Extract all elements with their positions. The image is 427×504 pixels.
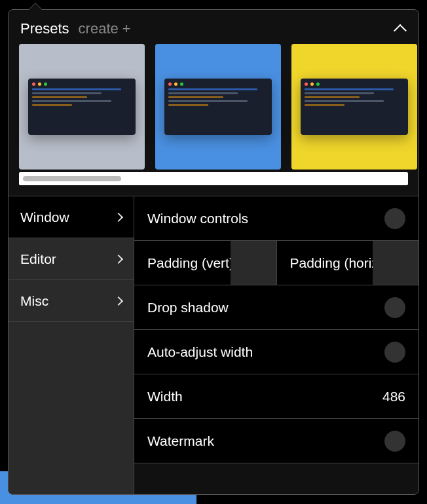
presets-list <box>9 44 418 170</box>
preset-thumb[interactable] <box>155 44 281 170</box>
popover-arrow <box>29 3 42 10</box>
width-value[interactable]: 486 <box>382 389 405 405</box>
collapse-presets-button[interactable] <box>394 22 407 35</box>
presets-title: Presets <box>20 20 69 37</box>
window-controls-toggle[interactable] <box>384 208 405 229</box>
code-preview <box>164 79 271 135</box>
sidebar-item-editor[interactable]: Editor <box>9 238 134 280</box>
auto-adjust-row: Auto-adjust width <box>134 330 418 374</box>
preset-thumb[interactable] <box>291 44 417 170</box>
padding-vert-input[interactable] <box>231 241 276 285</box>
create-preset-button[interactable]: create + <box>79 20 131 37</box>
padding-vert-cell[interactable]: Padding (vert) <box>134 241 276 285</box>
row-label: Padding (horiz) <box>290 255 383 271</box>
auto-adjust-toggle[interactable] <box>384 342 405 363</box>
row-label: Drop shadow <box>147 300 384 315</box>
watermark-toggle[interactable] <box>384 431 405 452</box>
presets-scrollbar[interactable] <box>19 172 408 185</box>
drop-shadow-row: Drop shadow <box>134 285 418 330</box>
settings-popover: Presets create + <box>8 9 419 495</box>
padding-horiz-cell[interactable]: Padding (horiz) <box>276 241 419 285</box>
settings-sidebar: Window Editor Misc <box>9 196 134 494</box>
code-preview <box>28 79 135 135</box>
sidebar-item-label: Window <box>20 209 69 225</box>
sidebar-item-label: Misc <box>20 293 48 309</box>
settings-body: Window Editor Misc Window controls Paddi… <box>9 196 418 494</box>
row-label: Window controls <box>147 211 384 226</box>
chevron-right-icon <box>114 254 123 263</box>
drop-shadow-toggle[interactable] <box>384 297 405 318</box>
chevron-up-icon <box>394 24 407 37</box>
padding-horiz-input[interactable] <box>373 241 418 285</box>
row-label: Watermark <box>147 433 384 449</box>
sidebar-item-label: Editor <box>20 251 56 267</box>
row-label: Padding (vert) <box>147 255 234 271</box>
window-controls-row: Window controls <box>134 196 418 241</box>
sidebar-item-window[interactable]: Window <box>9 196 134 238</box>
preset-thumb[interactable] <box>19 44 145 170</box>
row-label: Width <box>147 389 382 405</box>
sidebar-item-misc[interactable]: Misc <box>9 280 134 322</box>
padding-row: Padding (vert) Padding (horiz) <box>134 241 418 285</box>
settings-content: Window controls Padding (vert) Padding (… <box>134 196 418 494</box>
width-row: Width 486 <box>134 374 418 419</box>
row-label: Auto-adjust width <box>147 344 384 360</box>
code-preview <box>301 79 407 135</box>
presets-header: Presets create + <box>9 10 418 44</box>
chevron-right-icon <box>114 296 123 305</box>
chevron-right-icon <box>114 212 123 221</box>
scrollbar-thumb[interactable] <box>23 176 121 181</box>
watermark-row: Watermark <box>134 419 418 463</box>
